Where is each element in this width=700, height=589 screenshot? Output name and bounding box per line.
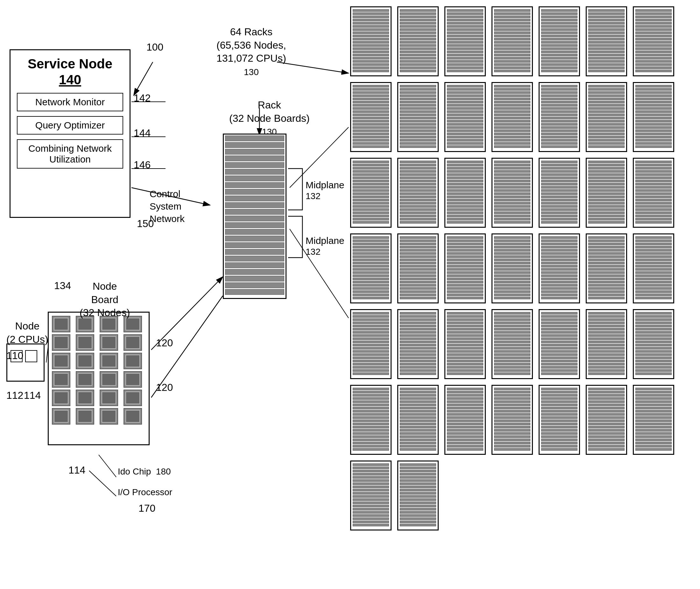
node-cell <box>52 353 71 369</box>
ref-134: 134 <box>54 280 71 291</box>
racks-grid-label: 64 Racks(65,536 Nodes,131,072 CPUs)130 <box>217 25 286 78</box>
node-cell <box>76 371 94 388</box>
mini-rack <box>350 385 392 455</box>
node-cell <box>52 408 71 425</box>
mini-rack <box>350 460 392 531</box>
node-cell <box>100 371 118 388</box>
query-optimizer-box: Query Optimizer <box>17 116 123 135</box>
mini-rack <box>492 82 533 152</box>
mini-rack <box>397 82 439 152</box>
node-label: Node(2 CPUs) <box>6 320 48 346</box>
ref-150: 150 <box>137 218 154 230</box>
network-monitor-box: Network Monitor <box>17 93 123 111</box>
mini-rack <box>444 6 486 76</box>
mini-rack <box>350 309 392 379</box>
node-cell <box>124 353 142 369</box>
racks-grid <box>350 6 674 531</box>
mini-rack <box>444 309 486 379</box>
mini-rack <box>539 233 580 304</box>
mini-rack <box>397 460 439 531</box>
rack-tower <box>223 134 286 299</box>
mini-rack <box>586 82 627 152</box>
node-cell <box>100 390 118 406</box>
ref-146: 146 <box>134 159 151 171</box>
io-processor-label: I/O Processor <box>118 486 172 498</box>
node-cell <box>52 334 71 351</box>
mini-rack <box>633 6 674 76</box>
mini-rack <box>539 158 580 228</box>
mini-rack <box>539 82 580 152</box>
node-cell <box>124 390 142 406</box>
node-cell <box>76 390 94 406</box>
mini-rack <box>633 385 674 455</box>
ref-142: 142 <box>134 92 151 104</box>
node-board-label: NodeBoard(32 Nodes) <box>80 280 130 320</box>
mini-rack <box>539 385 580 455</box>
node-cell <box>100 353 118 369</box>
diagram-container: Service Node 140 Network Monitor Query O… <box>0 0 700 589</box>
ido-chip-label: Ido Chip 180 <box>118 466 171 477</box>
mini-rack <box>539 6 580 76</box>
mini-rack <box>444 385 486 455</box>
mini-rack <box>586 309 627 379</box>
node-cell <box>124 371 142 388</box>
node-cell <box>76 408 94 425</box>
ref-112: 112 <box>6 390 23 401</box>
mini-rack <box>586 6 627 76</box>
node-cell <box>124 334 142 351</box>
mini-rack <box>633 309 674 379</box>
mini-rack <box>492 158 533 228</box>
ref-120-upper: 120 <box>156 337 173 349</box>
service-node-box: Service Node 140 Network Monitor Query O… <box>10 49 131 218</box>
service-node-title: Service Node 140 <box>10 50 130 88</box>
node-cell <box>52 316 71 332</box>
mini-rack <box>492 6 533 76</box>
mini-rack <box>539 309 580 379</box>
mini-rack <box>492 309 533 379</box>
cpu-box-2 <box>25 350 37 362</box>
midplane-lower-label: Midplane132 <box>306 235 344 257</box>
mini-rack <box>586 385 627 455</box>
mini-rack <box>350 233 392 304</box>
ref-110: 110 <box>6 350 23 362</box>
ref-170: 170 <box>138 503 155 514</box>
mini-rack <box>444 158 486 228</box>
mini-rack <box>397 309 439 379</box>
mini-rack <box>350 158 392 228</box>
ref-114-board: 114 <box>68 464 85 476</box>
ref-144: 144 <box>134 127 151 139</box>
ref-120-lower: 120 <box>156 382 173 393</box>
node-cell <box>100 408 118 425</box>
svg-line-6 <box>277 62 348 73</box>
node-cell <box>76 353 94 369</box>
midplane-upper-label: Midplane132 <box>306 180 344 201</box>
node-cell <box>52 371 71 388</box>
svg-line-15 <box>89 471 116 496</box>
mini-rack <box>397 233 439 304</box>
node-small-box <box>6 344 44 382</box>
mini-rack <box>586 158 627 228</box>
svg-line-14 <box>99 455 116 477</box>
mini-rack <box>444 233 486 304</box>
rack-label: Rack(32 Node Boards)130 <box>229 99 310 138</box>
mini-rack <box>350 6 392 76</box>
control-system-network: ControlSystemNetwork <box>150 188 185 225</box>
mini-rack <box>397 158 439 228</box>
mini-rack <box>492 233 533 304</box>
ref-100: 100 <box>146 41 163 53</box>
mini-rack <box>633 158 674 228</box>
mini-rack <box>586 233 627 304</box>
mini-rack <box>444 82 486 152</box>
node-board-box <box>48 312 150 445</box>
mini-rack <box>397 385 439 455</box>
mini-rack <box>633 82 674 152</box>
node-cell <box>124 408 142 425</box>
node-cell <box>100 334 118 351</box>
mini-rack <box>350 82 392 152</box>
combining-network-box: Combining Network Utilization <box>17 139 123 169</box>
node-cell <box>52 390 71 406</box>
node-cell <box>76 334 94 351</box>
ref-114-left: 114 <box>24 390 41 401</box>
mini-rack <box>397 6 439 76</box>
mini-rack <box>633 233 674 304</box>
